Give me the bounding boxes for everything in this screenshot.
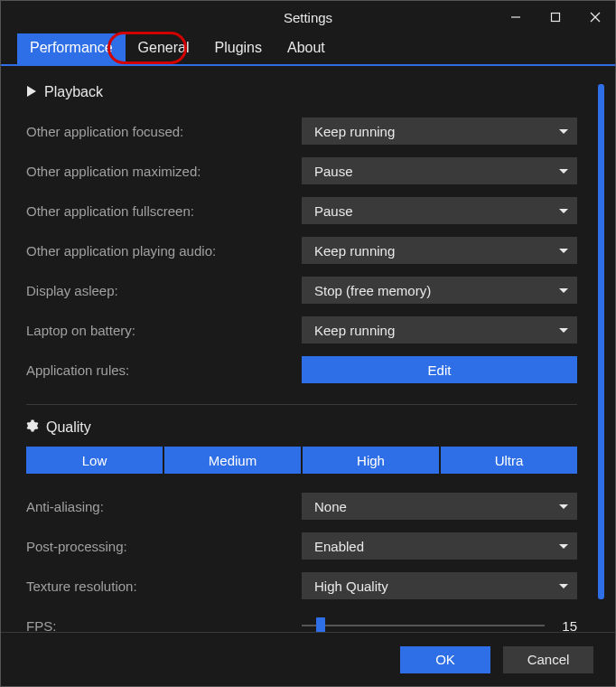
label-app-focused: Other application focused: <box>26 124 302 139</box>
select-app-focused[interactable]: Keep running <box>302 118 577 145</box>
label-fps: FPS: <box>26 618 302 633</box>
chevron-down-icon <box>559 504 568 509</box>
select-post-processing-value: Enabled <box>314 539 364 554</box>
section-quality-header: Quality <box>26 419 577 436</box>
chevron-down-icon <box>559 169 568 174</box>
preset-medium[interactable]: Medium <box>164 447 301 474</box>
chevron-down-icon <box>559 584 568 588</box>
chevron-down-icon <box>559 328 568 333</box>
tab-performance[interactable]: Performance <box>17 33 126 64</box>
titlebar: Settings <box>1 1 615 33</box>
row-laptop-battery: Laptop on battery: Keep running <box>26 310 577 350</box>
section-quality-title: Quality <box>46 419 91 436</box>
select-anti-aliasing-value: None <box>314 499 347 514</box>
gear-icon <box>26 419 39 436</box>
slider-thumb[interactable] <box>316 617 325 632</box>
row-app-fullscreen: Other application fullscreen: Pause <box>26 191 577 231</box>
select-laptop-battery-value: Keep running <box>314 323 395 338</box>
select-display-asleep-value: Stop (free memory) <box>314 283 431 298</box>
nav-tabs: Performance General Plugins About <box>1 33 615 66</box>
tab-about[interactable]: About <box>275 33 338 64</box>
preset-high[interactable]: High <box>303 447 439 474</box>
chevron-down-icon <box>559 249 568 253</box>
play-icon <box>26 84 37 100</box>
row-display-asleep: Display asleep: Stop (free memory) <box>26 270 577 310</box>
content-area: Playback Other application focused: Keep… <box>1 66 615 632</box>
label-laptop-battery: Laptop on battery: <box>26 323 302 338</box>
row-texture-resolution: Texture resolution: High Quality <box>26 566 577 606</box>
tab-plugins[interactable]: Plugins <box>202 33 275 64</box>
row-app-maximized: Other application maximized: Pause <box>26 151 577 191</box>
svg-marker-4 <box>27 86 36 97</box>
preset-ultra[interactable]: Ultra <box>441 447 577 474</box>
dialog-footer: OK Cancel <box>1 632 615 686</box>
select-laptop-battery[interactable]: Keep running <box>302 316 577 344</box>
minimize-icon[interactable] <box>496 1 536 33</box>
chevron-down-icon <box>559 129 568 134</box>
chevron-down-icon <box>559 288 568 293</box>
label-app-rules: Application rules: <box>26 362 302 378</box>
row-anti-aliasing: Anti-aliasing: None <box>26 486 577 526</box>
select-display-asleep[interactable]: Stop (free memory) <box>302 277 577 304</box>
fps-value: 15 <box>555 618 577 633</box>
select-anti-aliasing[interactable]: None <box>302 493 577 520</box>
select-texture-resolution[interactable]: High Quality <box>302 572 577 599</box>
label-app-audio: Other application playing audio: <box>26 243 302 259</box>
select-app-maximized-value: Pause <box>314 164 353 179</box>
settings-window: Settings Performance General Plugins Abo… <box>0 0 616 687</box>
quality-presets: Low Medium High Ultra <box>26 447 577 474</box>
row-fps: FPS: 15 <box>26 606 577 632</box>
select-app-focused-value: Keep running <box>314 124 395 139</box>
preset-low[interactable]: Low <box>26 447 163 474</box>
cancel-button[interactable]: Cancel <box>503 646 593 673</box>
section-playback-title: Playback <box>44 84 103 100</box>
section-playback-header: Playback <box>26 84 577 100</box>
row-post-processing: Post-processing: Enabled <box>26 526 577 566</box>
chevron-down-icon <box>559 209 568 213</box>
select-app-audio-value: Keep running <box>314 243 395 259</box>
scrollbar[interactable] <box>598 84 604 599</box>
label-display-asleep: Display asleep: <box>26 283 302 298</box>
label-app-maximized: Other application maximized: <box>26 164 302 179</box>
chevron-down-icon <box>559 544 568 549</box>
select-app-audio[interactable]: Keep running <box>302 237 577 264</box>
select-app-fullscreen-value: Pause <box>314 203 353 219</box>
select-app-maximized[interactable]: Pause <box>302 157 577 184</box>
select-post-processing[interactable]: Enabled <box>302 532 577 560</box>
scroll-area: Playback Other application focused: Keep… <box>26 84 590 632</box>
tab-general[interactable]: General <box>126 33 202 64</box>
window-title: Settings <box>284 10 332 25</box>
row-app-focused: Other application focused: Keep running <box>26 111 577 151</box>
label-post-processing: Post-processing: <box>26 539 302 554</box>
row-app-rules: Application rules: Edit <box>26 350 577 390</box>
divider <box>26 404 577 405</box>
row-app-audio: Other application playing audio: Keep ru… <box>26 231 577 270</box>
label-anti-aliasing: Anti-aliasing: <box>26 499 302 514</box>
ok-button[interactable]: OK <box>400 646 490 673</box>
select-app-fullscreen[interactable]: Pause <box>302 197 577 224</box>
edit-button[interactable]: Edit <box>302 356 577 383</box>
label-app-fullscreen: Other application fullscreen: <box>26 203 302 219</box>
maximize-icon[interactable] <box>536 1 575 33</box>
label-texture-resolution: Texture resolution: <box>26 579 302 594</box>
svg-rect-1 <box>552 14 560 22</box>
close-icon[interactable] <box>575 1 615 33</box>
window-controls <box>496 1 615 33</box>
slider-track <box>302 625 545 626</box>
fps-slider[interactable] <box>302 617 545 632</box>
select-texture-resolution-value: High Quality <box>314 579 388 594</box>
